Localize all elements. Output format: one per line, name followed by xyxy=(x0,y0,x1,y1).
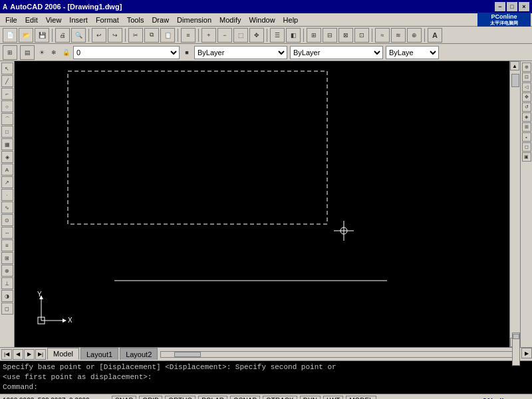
vscroll-track[interactable] xyxy=(510,70,520,338)
preview-button[interactable]: 🔍 xyxy=(71,28,86,43)
menu-format[interactable]: Format xyxy=(92,13,123,26)
menu-edit[interactable]: Edit xyxy=(21,13,42,26)
layer-select[interactable]: 0 xyxy=(73,46,180,59)
maximize-button[interactable]: □ xyxy=(507,2,517,11)
vscroll-thumb[interactable] xyxy=(511,74,519,87)
prop-button[interactable]: ☰ xyxy=(270,28,285,43)
tab-layout1[interactable]: Layout1 xyxy=(80,348,118,360)
ellipse-tool[interactable]: ⊙ xyxy=(1,214,13,226)
match-prop-button[interactable]: ≡ xyxy=(181,28,196,43)
snap-button[interactable]: SNAP xyxy=(112,396,136,400)
camera-tool[interactable]: ◻ xyxy=(1,303,13,315)
insert-block-tool[interactable]: ↗ xyxy=(1,176,13,188)
undo-button[interactable]: ↩ xyxy=(92,28,106,43)
rt-render[interactable]: ▣ xyxy=(522,152,531,162)
color-select[interactable]: ByLayer xyxy=(194,46,287,59)
tb-misc-6[interactable]: ≋ xyxy=(391,28,406,43)
dyn-button[interactable]: DYN xyxy=(300,396,321,400)
measure-tool[interactable]: ⊥ xyxy=(1,277,13,289)
gradient-tool[interactable]: ◑ xyxy=(1,290,13,302)
linetype-select[interactable]: ByLayer xyxy=(290,46,383,59)
cut-button[interactable]: ✂ xyxy=(128,28,143,43)
menu-file[interactable]: File xyxy=(1,13,21,26)
menu-insert[interactable]: Insert xyxy=(65,13,92,26)
hscroll-track[interactable] xyxy=(160,351,520,358)
arc-tool[interactable]: ⌒ xyxy=(1,113,13,125)
rt-orbit[interactable]: ↺ xyxy=(522,102,531,112)
menu-modify[interactable]: Modify xyxy=(215,13,245,26)
mline-tool[interactable]: ≡ xyxy=(1,239,13,251)
layer-manager-button[interactable]: ▤ xyxy=(20,45,35,60)
close-button[interactable]: × xyxy=(519,2,529,11)
tb-misc-1[interactable]: ⊞ xyxy=(307,28,321,43)
save-button[interactable]: 💾 xyxy=(35,28,49,43)
lwt-button[interactable]: LWT xyxy=(323,396,343,400)
point-tool[interactable]: · xyxy=(1,189,13,201)
hscroll-thumb[interactable] xyxy=(174,352,201,357)
canvas-area[interactable]: Y X ▲ ▼ xyxy=(15,61,520,347)
vscrollbar[interactable]: ▲ ▼ xyxy=(509,61,520,347)
tb-misc-3[interactable]: ⊠ xyxy=(338,28,353,43)
copy-tool[interactable]: ⊕ xyxy=(1,265,13,277)
vscroll-up[interactable]: ▲ xyxy=(510,61,519,70)
ortho-button[interactable]: ORTHO xyxy=(165,396,196,400)
polyline-tool[interactable]: ⌐ xyxy=(1,88,13,100)
menu-view[interactable]: View xyxy=(42,13,66,26)
zoom-all-button[interactable]: ⬚ xyxy=(233,28,248,43)
menu-window[interactable]: Window xyxy=(245,13,279,26)
circle-tool[interactable]: ○ xyxy=(1,100,13,112)
rt-zoom-prev[interactable]: ◁ xyxy=(522,82,531,92)
tab-model[interactable]: Model xyxy=(47,348,79,360)
table-tool[interactable]: ⊞ xyxy=(1,252,13,264)
rt-camera[interactable]: ⊞ xyxy=(522,122,531,132)
redo-button[interactable]: ↪ xyxy=(108,28,122,43)
rt-pan[interactable]: ✥ xyxy=(522,92,531,102)
copy-button[interactable]: ⧉ xyxy=(144,28,159,43)
zoom-out-button[interactable]: − xyxy=(217,28,232,43)
grid-button[interactable]: GRID xyxy=(139,396,162,400)
tb-misc-7[interactable]: ⊕ xyxy=(407,28,422,43)
lineweight-select[interactable]: ByLaye xyxy=(386,46,439,59)
layer-state-button[interactable]: ⊞ xyxy=(3,45,17,60)
rt-shade[interactable]: ▪ xyxy=(522,132,531,142)
paste-button[interactable]: 📋 xyxy=(160,28,175,43)
rt-3d[interactable]: ◈ xyxy=(522,112,531,122)
menu-tools[interactable]: Tools xyxy=(123,13,148,26)
print-button[interactable]: 🖨 xyxy=(55,28,70,43)
tab-nav-first[interactable]: |◀ xyxy=(1,349,12,360)
polar-button[interactable]: POLAR xyxy=(198,396,227,400)
layer-button[interactable]: ◧ xyxy=(286,28,301,43)
spline-tool[interactable]: ∿ xyxy=(1,201,13,213)
open-button[interactable]: 📂 xyxy=(19,28,33,43)
command-prompt[interactable]: Command: xyxy=(3,383,529,391)
text-tool[interactable]: A xyxy=(1,164,13,176)
line-tool[interactable]: ╱ xyxy=(1,75,13,87)
rt-hide[interactable]: ◻ xyxy=(522,142,531,152)
zoom-in-button[interactable]: + xyxy=(201,28,216,43)
tab-nav-prev[interactable]: ◀ xyxy=(13,349,23,360)
hscroll-right[interactable]: ▶ xyxy=(521,348,532,358)
hatch-tool[interactable]: ▦ xyxy=(1,138,13,150)
tb-misc-4[interactable]: ⊡ xyxy=(354,28,369,43)
tb-misc-5[interactable]: ≈ xyxy=(375,28,390,43)
menu-help[interactable]: Help xyxy=(279,13,303,26)
tb-misc-2[interactable]: ⊟ xyxy=(323,28,337,43)
osnap-button[interactable]: OSNAP xyxy=(230,396,260,400)
pan-button[interactable]: ✥ xyxy=(249,28,264,43)
rt-zoom-window[interactable]: ⊕ xyxy=(522,63,531,72)
cmd-vscroll[interactable] xyxy=(512,332,520,366)
cmd-vscroll-thumb[interactable] xyxy=(513,334,519,339)
text-style-button[interactable]: A xyxy=(428,28,442,43)
new-button[interactable]: 📄 xyxy=(3,28,17,43)
construct-line-tool[interactable]: ↔ xyxy=(1,227,13,239)
region-tool[interactable]: ◈ xyxy=(1,151,13,163)
tab-layout2[interactable]: Layout2 xyxy=(120,348,158,360)
otrack-button[interactable]: OTRACK xyxy=(263,396,297,400)
minimize-button[interactable]: − xyxy=(495,2,505,11)
select-tool[interactable]: ↖ xyxy=(1,63,13,74)
rt-zoom-all[interactable]: ⊡ xyxy=(522,72,531,82)
menu-draw[interactable]: Draw xyxy=(148,13,173,26)
model-button[interactable]: MODEL xyxy=(346,396,376,400)
rect-tool[interactable]: □ xyxy=(1,126,13,138)
tab-nav-next[interactable]: ▶ xyxy=(24,349,35,360)
